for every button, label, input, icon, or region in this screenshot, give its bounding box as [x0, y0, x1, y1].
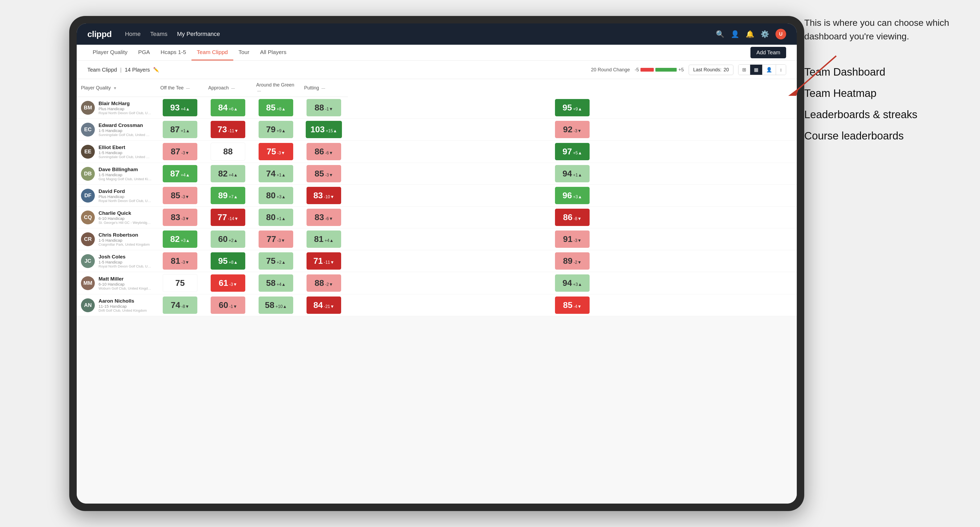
callout-text: This is where you can choose which dashb…	[804, 16, 964, 43]
view-heatmap-btn[interactable]: ▦	[750, 65, 762, 75]
stat-value: 92	[563, 125, 573, 135]
nav-teams[interactable]: Teams	[150, 30, 167, 38]
stat-off-tee: 60 +2▲	[204, 229, 252, 250]
stat-value: 85	[171, 190, 180, 200]
stat-around-green: 84 -21▼	[300, 294, 348, 316]
stat-box: 95 +8▲	[211, 252, 245, 270]
view-person-btn[interactable]: 👤	[762, 65, 776, 75]
stat-box: 87 +4▲	[163, 165, 197, 182]
avatar[interactable]: U	[775, 29, 786, 40]
stat-change: +1▲	[277, 216, 286, 222]
stat-box: 60 -1▼	[211, 297, 245, 314]
stat-putting: 89 -2▼	[348, 250, 797, 272]
stat-box: 82 +4▲	[211, 165, 245, 182]
col-header-approach: Approach —	[204, 79, 252, 97]
stat-box: 88 -1▼	[307, 99, 341, 116]
stat-value: 86	[563, 213, 573, 222]
player-club: St. George's Hill GC - Weybridge - Surre…	[99, 221, 152, 225]
stat-value: 82	[170, 234, 180, 244]
tab-hcaps[interactable]: Hcaps 1-5	[155, 45, 191, 60]
search-icon[interactable]: 🔍	[716, 30, 724, 38]
stat-box: 83 -6▼	[307, 209, 341, 226]
stat-change: -3▼	[325, 173, 333, 179]
stat-value: 60	[219, 300, 228, 310]
stat-box: 81 -3▼	[163, 252, 197, 270]
stat-box: 87 -3▼	[163, 143, 197, 160]
stat-box: 95 +9▲	[555, 99, 590, 116]
stat-around-green: 71 -11▼	[300, 250, 348, 272]
player-cell: EE Elliot Ebert 1-5 Handicap Sunningdale…	[77, 141, 156, 163]
nav-my-performance[interactable]: My Performance	[177, 30, 220, 38]
option-course-leaderboards[interactable]: Course leaderboards	[804, 128, 964, 143]
tab-pgat-players[interactable]: Player Quality	[88, 45, 133, 60]
edit-icon[interactable]: ✏️	[153, 67, 159, 73]
table-row[interactable]: DB Dave Billingham 1-5 Handicap Gog Mago…	[77, 163, 797, 185]
tab-all-players[interactable]: All Players	[255, 45, 291, 60]
stat-box: 80 +3▲	[259, 187, 293, 204]
annotation-container: This is where you can choose which dashb…	[804, 16, 964, 149]
col-header-off-tee: Off the Tee —	[156, 79, 204, 97]
stat-box: 58 +10▲	[259, 297, 293, 314]
bell-icon[interactable]: 🔔	[746, 30, 754, 38]
stat-change: +5▲	[573, 151, 582, 157]
stat-change: -8▼	[574, 216, 582, 222]
last-rounds-value: 20	[724, 67, 729, 73]
player-info: Dave Billingham 1-5 Handicap Gog Magog G…	[99, 167, 152, 181]
stat-change: -11▼	[324, 260, 334, 266]
table-row[interactable]: CR Chris Robertson 1-5 Handicap Craigmil…	[77, 229, 797, 250]
stat-around-green: 83 -10▼	[300, 185, 348, 206]
table-row[interactable]: JC Josh Coles 1-5 Handicap Royal North D…	[77, 250, 797, 272]
main-content: Player Quality ▼ Off the Tee — Approach …	[77, 79, 797, 503]
nav-home[interactable]: Home	[125, 30, 141, 38]
settings-icon[interactable]: ⚙️	[760, 30, 769, 38]
round-change-label: 20 Round Change	[591, 67, 630, 73]
last-rounds-label: Last Rounds:	[693, 67, 721, 73]
option-leaderboards[interactable]: Leaderboards & streaks	[804, 107, 964, 122]
table-row[interactable]: MM Matt Miller 6-10 Handicap Woburn Golf…	[77, 272, 797, 294]
stat-box: 89 +7▲	[211, 187, 245, 204]
stat-player-quality: 85 -3▼	[156, 185, 204, 206]
stat-change: +2▲	[277, 260, 286, 266]
stat-box: 97 +5▲	[555, 143, 590, 160]
stat-change: +1▲	[573, 173, 582, 179]
stat-value: 75	[267, 147, 276, 157]
tab-team-clippd[interactable]: Team Clippd	[191, 45, 233, 60]
navbar-right: 🔍 👤 🔔 ⚙️ U	[716, 29, 786, 40]
player-name: Matt Miller	[99, 276, 152, 282]
stat-box: 81 +4▲	[307, 230, 341, 248]
stat-value: 80	[266, 213, 275, 222]
stat-box: 60 +2▲	[211, 230, 245, 248]
stat-box: 92 -3▼	[555, 121, 590, 138]
table-row[interactable]: BM Blair McHarg Plus Handicap Royal Nort…	[77, 97, 797, 119]
stat-off-tee: 95 +8▲	[204, 250, 252, 272]
view-grid-btn[interactable]: ⊞	[738, 65, 750, 75]
stat-change: -3▼	[277, 151, 285, 157]
user-icon[interactable]: 👤	[731, 30, 739, 38]
col-header-around-green: Around the Green —	[252, 79, 300, 97]
add-team-button[interactable]: Add Team	[751, 47, 786, 58]
table-row[interactable]: EE Elliot Ebert 1-5 Handicap Sunningdale…	[77, 141, 797, 163]
table-row[interactable]: DF David Ford Plus Handicap Royal North …	[77, 185, 797, 206]
stat-putting: 86 -8▼	[348, 206, 797, 229]
table-row[interactable]: EC Edward Crossman 1-5 Handicap Sunningd…	[77, 119, 797, 141]
stat-change: -14▼	[228, 216, 238, 222]
stat-change: -3▼	[181, 195, 189, 200]
stat-box: 84 +6▲	[211, 99, 245, 116]
tab-pga[interactable]: PGA	[133, 45, 155, 60]
player-name: Charlie Quick	[99, 210, 152, 216]
stat-value: 87	[170, 125, 180, 135]
stat-box: 88 -2▼	[307, 275, 341, 292]
player-avatar: CQ	[81, 211, 95, 224]
stat-around-green: 103 +15▲	[300, 119, 348, 141]
stat-putting: 92 -3▼	[348, 119, 797, 141]
stat-value: 88	[315, 103, 324, 113]
tab-tour[interactable]: Tour	[233, 45, 255, 60]
player-club: Craigmillar Park, United Kingdom	[99, 243, 152, 246]
tablet-screen: clippd Home Teams My Performance 🔍 👤 🔔 ⚙…	[77, 24, 797, 503]
last-rounds-button[interactable]: Last Rounds: 20	[689, 65, 733, 75]
table-row[interactable]: AN Aaron Nicholls 11-15 Handicap Drift G…	[77, 294, 797, 316]
col-header-player: Player Quality ▼	[77, 79, 156, 97]
stat-player-quality: 87 +4▲	[156, 163, 204, 185]
stat-change: -3▼	[277, 238, 285, 244]
table-row[interactable]: CQ Charlie Quick 6-10 Handicap St. Georg…	[77, 206, 797, 229]
